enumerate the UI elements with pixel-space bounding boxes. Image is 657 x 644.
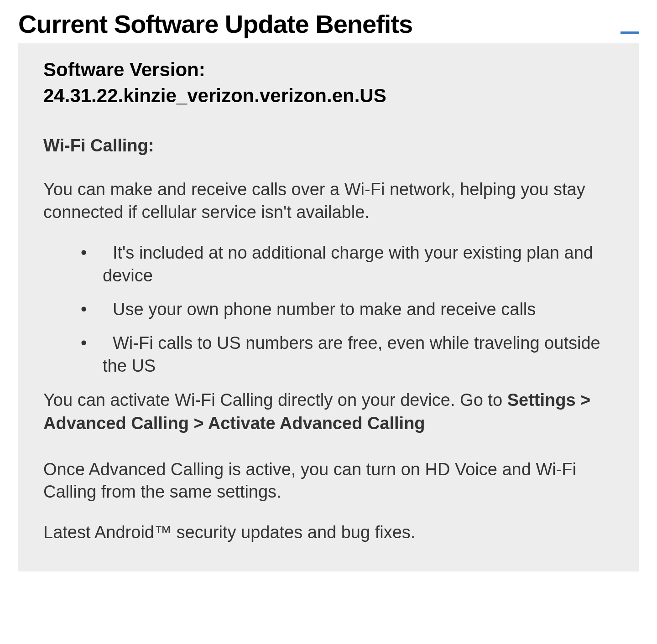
- collapse-icon[interactable]: [620, 31, 639, 34]
- list-item: It's included at no additional charge wi…: [71, 242, 614, 287]
- software-version-heading: Software Version: 24.31.22.kinzie_verizo…: [43, 57, 614, 109]
- version-label: Software Version:: [43, 59, 205, 80]
- feature-list: It's included at no additional charge wi…: [43, 242, 614, 377]
- security-updates-text: Latest Android™ security updates and bug…: [43, 521, 614, 544]
- wifi-calling-heading: Wi-Fi Calling:: [43, 136, 614, 156]
- list-item: Use your own phone number to make and re…: [71, 298, 614, 321]
- list-item: Wi-Fi calls to US numbers are free, even…: [71, 332, 614, 377]
- intro-paragraph: You can make and receive calls over a Wi…: [43, 178, 614, 223]
- content-panel: Software Version: 24.31.22.kinzie_verizo…: [18, 43, 639, 571]
- accordion-header[interactable]: Current Software Update Benefits: [0, 0, 657, 43]
- page-title: Current Software Update Benefits: [18, 9, 412, 39]
- version-value: 24.31.22.kinzie_verizon.verizon.en.US: [43, 85, 386, 106]
- activate-instructions: You can activate Wi-Fi Calling directly …: [43, 389, 614, 436]
- hdvoice-paragraph: Once Advanced Calling is active, you can…: [43, 458, 614, 504]
- activate-prefix: You can activate Wi-Fi Calling directly …: [43, 390, 507, 410]
